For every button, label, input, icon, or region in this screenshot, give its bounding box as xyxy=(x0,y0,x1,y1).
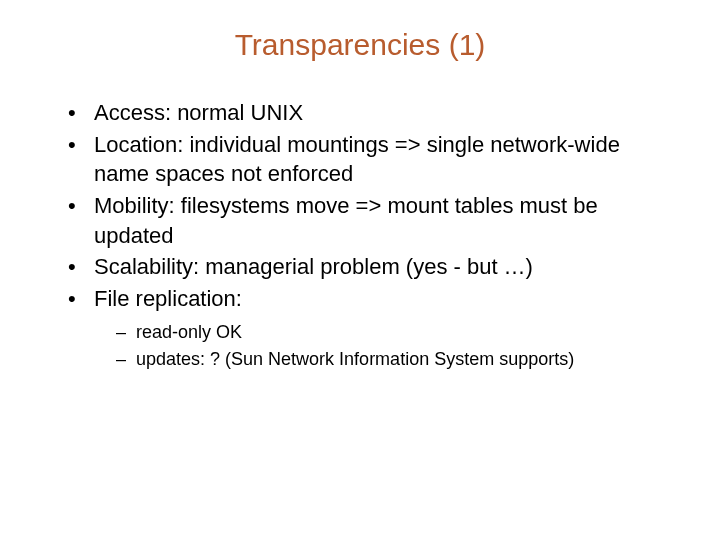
sub-list: read-only OK updates: ? (Sun Network Inf… xyxy=(94,320,680,372)
title-text: Transparencies xyxy=(235,28,441,61)
list-item-text: Location: individual mountings => single… xyxy=(94,132,620,187)
list-item-text: Access: normal UNIX xyxy=(94,100,303,125)
list-item: Access: normal UNIX xyxy=(68,98,680,128)
sub-list-item-text: read-only OK xyxy=(136,322,242,342)
title-number: (1) xyxy=(449,28,486,61)
list-item: Location: individual mountings => single… xyxy=(68,130,680,189)
slide-title: Transparencies (1) xyxy=(40,28,680,62)
list-item: File replication: read-only OK updates: … xyxy=(68,284,680,372)
sub-list-item: read-only OK xyxy=(116,320,680,345)
sub-list-item: updates: ? (Sun Network Information Syst… xyxy=(116,347,680,372)
list-item-text: Scalability: managerial problem (yes - b… xyxy=(94,254,533,279)
list-item-text: Mobility: filesystems move => mount tabl… xyxy=(94,193,598,248)
sub-list-item-text: updates: ? (Sun Network Information Syst… xyxy=(136,349,574,369)
bullet-list: Access: normal UNIX Location: individual… xyxy=(40,98,680,372)
list-item-text: File replication: xyxy=(94,286,242,311)
list-item: Scalability: managerial problem (yes - b… xyxy=(68,252,680,282)
list-item: Mobility: filesystems move => mount tabl… xyxy=(68,191,680,250)
slide: Transparencies (1) Access: normal UNIX L… xyxy=(0,0,720,540)
